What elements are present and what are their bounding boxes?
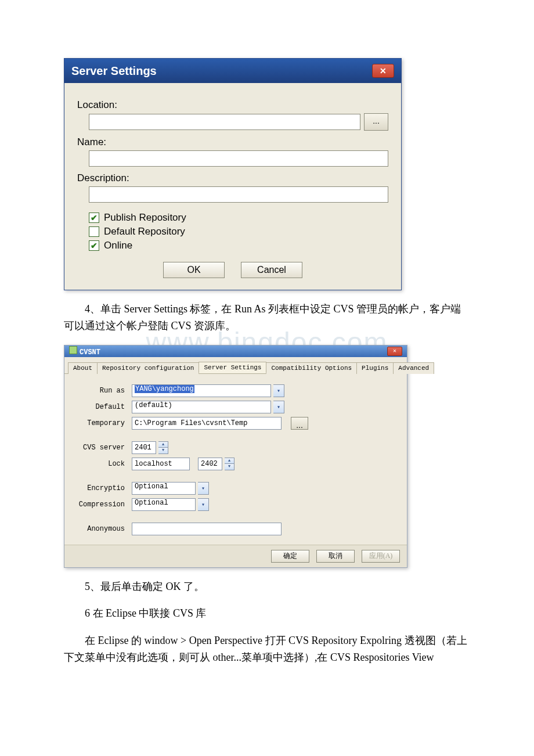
online-checkbox[interactable]: ✔ xyxy=(89,240,99,251)
cvsserver-port[interactable] xyxy=(132,441,156,454)
temp-input[interactable] xyxy=(132,417,282,430)
tab-advanced[interactable]: Advanced xyxy=(393,362,434,374)
server-settings-dialog: Server Settings ✕ Location: ... Name: De… xyxy=(64,58,402,290)
publish-label: Publish Repository xyxy=(104,212,186,224)
cvsserver-label: CVS server xyxy=(73,444,129,452)
chevron-down-icon[interactable]: ▾ xyxy=(273,384,284,397)
paragraph-5: 5、最后单击确定 OK 了。 xyxy=(64,578,470,595)
default-label: Default Repository xyxy=(104,226,185,237)
lock-host-input[interactable] xyxy=(132,458,190,470)
cvsnt-title: CVSNT xyxy=(69,346,100,357)
name-label: Name: xyxy=(77,136,388,148)
lock-label: Lock xyxy=(73,460,129,468)
ok-button[interactable]: 确定 xyxy=(271,550,309,563)
lock-port-input[interactable] xyxy=(198,458,222,470)
location-label: Location: xyxy=(77,99,388,111)
chevron-down-icon[interactable]: ▾ xyxy=(198,498,209,511)
name-input[interactable] xyxy=(89,150,388,167)
paragraph-7: 在 Eclipse 的 window > Open Perspective 打开… xyxy=(64,632,470,666)
cvsserver-spinner[interactable]: ▲▼ xyxy=(158,441,168,454)
tab-strip: About Repository configuration Server Se… xyxy=(64,357,407,374)
chevron-down-icon[interactable]: ▼ xyxy=(158,448,168,453)
chevron-down-icon[interactable]: ▼ xyxy=(225,464,234,470)
chevron-up-icon[interactable]: ▲ xyxy=(158,442,168,448)
online-label: Online xyxy=(104,240,132,251)
runas-select[interactable]: YANG\yangchong xyxy=(132,384,271,397)
dialog-button-bar: 确定 取消 应用(A) xyxy=(64,545,407,567)
default-select[interactable]: (default) xyxy=(132,401,271,413)
close-icon[interactable]: ✕ xyxy=(387,347,402,356)
paragraph-4: 4、单击 Server Settings 标签，在 Run As 列表框中设定 … xyxy=(64,301,470,334)
apply-button[interactable]: 应用(A) xyxy=(362,550,400,563)
tab-repo-config[interactable]: Repository configuration xyxy=(97,362,199,374)
temp-browse-button[interactable]: ... xyxy=(291,417,308,430)
cvsnt-dialog: CVSNT ✕ About Repository configuration S… xyxy=(64,345,407,568)
browse-button[interactable]: ... xyxy=(364,113,388,131)
anonymous-input[interactable] xyxy=(132,523,282,535)
cancel-button[interactable]: 取消 xyxy=(316,550,355,563)
publish-checkbox[interactable]: ✔ xyxy=(89,213,99,223)
paragraph-6: 6 在 Eclipse 中联接 CVS 库 xyxy=(64,605,470,622)
chevron-up-icon[interactable]: ▲ xyxy=(225,458,234,465)
encryption-select[interactable]: Optional xyxy=(132,482,196,495)
location-input[interactable] xyxy=(89,114,360,130)
description-label: Description: xyxy=(77,172,388,184)
anonymous-label: Anonymous xyxy=(73,525,129,533)
tab-compat[interactable]: Compatibility Options xyxy=(266,362,357,374)
app-icon xyxy=(69,346,77,354)
tab-about[interactable]: About xyxy=(68,362,98,374)
lock-spinner[interactable]: ▲▼ xyxy=(225,458,234,470)
dialog-titlebar: Server Settings ✕ xyxy=(64,59,401,83)
ok-button[interactable]: OK xyxy=(163,262,225,278)
dialog-title: Server Settings xyxy=(71,64,157,78)
tab-server-settings[interactable]: Server Settings xyxy=(199,362,266,373)
runas-label: Run as xyxy=(73,387,129,395)
temp-label: Temporary xyxy=(73,419,129,427)
cvsnt-titlebar: CVSNT ✕ xyxy=(64,345,407,357)
chevron-down-icon[interactable]: ▾ xyxy=(273,401,284,413)
tab-plugins[interactable]: Plugins xyxy=(356,362,394,374)
default-label: Default xyxy=(73,403,129,411)
compression-label: Compression xyxy=(73,501,129,509)
default-checkbox[interactable] xyxy=(89,226,99,237)
chevron-down-icon[interactable]: ▾ xyxy=(198,482,209,495)
encryption-label: Encryptio xyxy=(73,484,129,492)
compression-select[interactable]: Optional xyxy=(132,498,196,511)
description-input[interactable] xyxy=(89,186,388,203)
tab-panel: Run as YANG\yangchong▾ Default (default)… xyxy=(64,374,407,545)
close-icon[interactable]: ✕ xyxy=(372,64,394,78)
cancel-button[interactable]: Cancel xyxy=(241,262,302,278)
